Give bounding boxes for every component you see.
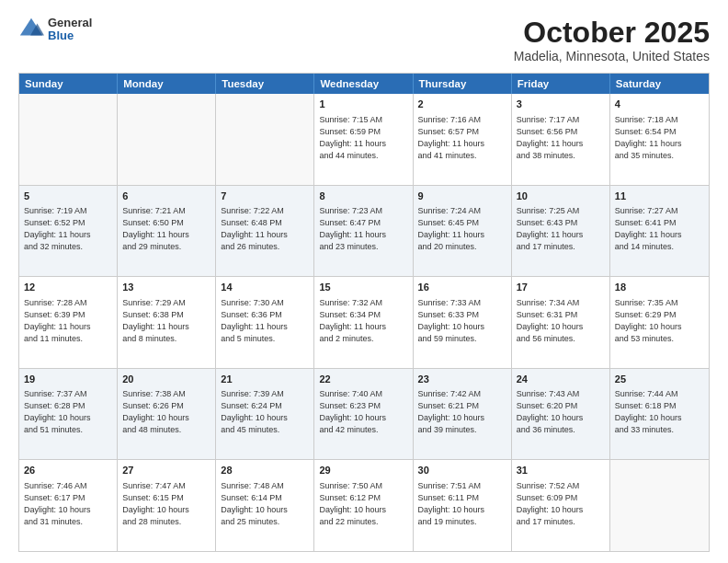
day-number: 11 bbox=[615, 190, 704, 203]
calendar-cell: 21Sunrise: 7:39 AMSunset: 6:24 PMDayligh… bbox=[216, 369, 314, 460]
weekday-header: Wednesday bbox=[314, 74, 413, 94]
calendar-cell bbox=[216, 94, 314, 185]
day-info: Sunrise: 7:27 AMSunset: 6:41 PMDaylight:… bbox=[615, 205, 704, 253]
day-number: 13 bbox=[122, 281, 210, 294]
calendar-cell: 31Sunrise: 7:52 AMSunset: 6:09 PMDayligh… bbox=[512, 460, 610, 551]
day-number: 17 bbox=[517, 281, 605, 294]
calendar-cell bbox=[610, 460, 709, 551]
day-info: Sunrise: 7:51 AMSunset: 6:11 PMDaylight:… bbox=[418, 480, 506, 528]
day-info: Sunrise: 7:50 AMSunset: 6:12 PMDaylight:… bbox=[319, 480, 407, 528]
calendar-row: 26Sunrise: 7:46 AMSunset: 6:17 PMDayligh… bbox=[19, 460, 709, 551]
day-info: Sunrise: 7:42 AMSunset: 6:21 PMDaylight:… bbox=[418, 388, 506, 436]
calendar-cell bbox=[118, 94, 216, 185]
calendar-cell: 10Sunrise: 7:25 AMSunset: 6:43 PMDayligh… bbox=[512, 186, 610, 277]
day-info: Sunrise: 7:38 AMSunset: 6:26 PMDaylight:… bbox=[122, 388, 210, 436]
day-number: 6 bbox=[122, 190, 210, 203]
calendar-cell: 30Sunrise: 7:51 AMSunset: 6:11 PMDayligh… bbox=[414, 460, 512, 551]
day-info: Sunrise: 7:47 AMSunset: 6:15 PMDaylight:… bbox=[122, 480, 210, 528]
day-number: 20 bbox=[122, 373, 210, 386]
day-info: Sunrise: 7:16 AMSunset: 6:57 PMDaylight:… bbox=[418, 114, 506, 162]
day-number: 15 bbox=[319, 281, 407, 294]
calendar-cell: 17Sunrise: 7:34 AMSunset: 6:31 PMDayligh… bbox=[512, 277, 610, 368]
calendar-row: 19Sunrise: 7:37 AMSunset: 6:28 PMDayligh… bbox=[19, 369, 709, 461]
weekday-header: Saturday bbox=[610, 74, 709, 94]
day-info: Sunrise: 7:15 AMSunset: 6:59 PMDaylight:… bbox=[319, 114, 407, 162]
day-number: 14 bbox=[221, 281, 309, 294]
calendar-body: 1Sunrise: 7:15 AMSunset: 6:59 PMDaylight… bbox=[19, 94, 709, 551]
day-info: Sunrise: 7:44 AMSunset: 6:18 PMDaylight:… bbox=[615, 388, 704, 436]
page: General Blue October 2025 Madelia, Minne… bbox=[0, 0, 728, 563]
day-number: 28 bbox=[221, 464, 309, 477]
day-info: Sunrise: 7:24 AMSunset: 6:45 PMDaylight:… bbox=[418, 205, 506, 253]
weekday-header: Thursday bbox=[414, 74, 512, 94]
day-number: 7 bbox=[221, 190, 309, 203]
day-number: 12 bbox=[24, 281, 112, 294]
day-number: 21 bbox=[221, 373, 309, 386]
day-number: 16 bbox=[418, 281, 506, 294]
logo-icon bbox=[18, 17, 44, 42]
day-info: Sunrise: 7:37 AMSunset: 6:28 PMDaylight:… bbox=[24, 388, 112, 436]
calendar-cell: 1Sunrise: 7:15 AMSunset: 6:59 PMDaylight… bbox=[314, 94, 413, 185]
calendar: SundayMondayTuesdayWednesdayThursdayFrid… bbox=[18, 73, 710, 552]
calendar-cell: 4Sunrise: 7:18 AMSunset: 6:54 PMDaylight… bbox=[610, 94, 709, 185]
logo: General Blue bbox=[18, 17, 92, 43]
day-number: 31 bbox=[517, 464, 605, 477]
calendar-cell: 2Sunrise: 7:16 AMSunset: 6:57 PMDaylight… bbox=[414, 94, 512, 185]
day-info: Sunrise: 7:28 AMSunset: 6:39 PMDaylight:… bbox=[24, 297, 112, 345]
day-info: Sunrise: 7:32 AMSunset: 6:34 PMDaylight:… bbox=[319, 297, 407, 345]
calendar-cell: 7Sunrise: 7:22 AMSunset: 6:48 PMDaylight… bbox=[216, 186, 314, 277]
day-info: Sunrise: 7:17 AMSunset: 6:56 PMDaylight:… bbox=[517, 114, 605, 162]
day-number: 22 bbox=[319, 373, 407, 386]
calendar-cell: 13Sunrise: 7:29 AMSunset: 6:38 PMDayligh… bbox=[118, 277, 216, 368]
day-number: 5 bbox=[24, 190, 112, 203]
day-info: Sunrise: 7:46 AMSunset: 6:17 PMDaylight:… bbox=[24, 480, 112, 528]
day-number: 26 bbox=[24, 464, 112, 477]
day-number: 9 bbox=[418, 190, 506, 203]
day-number: 18 bbox=[615, 281, 704, 294]
day-info: Sunrise: 7:23 AMSunset: 6:47 PMDaylight:… bbox=[319, 205, 407, 253]
calendar-cell: 12Sunrise: 7:28 AMSunset: 6:39 PMDayligh… bbox=[19, 277, 118, 368]
day-number: 2 bbox=[418, 98, 506, 111]
day-info: Sunrise: 7:34 AMSunset: 6:31 PMDaylight:… bbox=[517, 297, 605, 345]
day-number: 4 bbox=[615, 98, 704, 111]
day-info: Sunrise: 7:43 AMSunset: 6:20 PMDaylight:… bbox=[517, 388, 605, 436]
calendar-cell: 20Sunrise: 7:38 AMSunset: 6:26 PMDayligh… bbox=[118, 369, 216, 460]
day-info: Sunrise: 7:21 AMSunset: 6:50 PMDaylight:… bbox=[122, 205, 210, 253]
calendar-cell: 16Sunrise: 7:33 AMSunset: 6:33 PMDayligh… bbox=[414, 277, 512, 368]
calendar-cell: 15Sunrise: 7:32 AMSunset: 6:34 PMDayligh… bbox=[314, 277, 413, 368]
logo-general: General bbox=[48, 17, 92, 29]
day-number: 27 bbox=[122, 464, 210, 477]
calendar-subtitle: Madelia, Minnesota, United States bbox=[514, 49, 710, 63]
weekday-header: Sunday bbox=[19, 74, 118, 94]
day-number: 10 bbox=[517, 190, 605, 203]
calendar-cell: 23Sunrise: 7:42 AMSunset: 6:21 PMDayligh… bbox=[414, 369, 512, 460]
calendar-cell: 26Sunrise: 7:46 AMSunset: 6:17 PMDayligh… bbox=[19, 460, 118, 551]
calendar-cell: 22Sunrise: 7:40 AMSunset: 6:23 PMDayligh… bbox=[314, 369, 413, 460]
day-number: 8 bbox=[319, 190, 407, 203]
day-info: Sunrise: 7:18 AMSunset: 6:54 PMDaylight:… bbox=[615, 114, 704, 162]
calendar-header: SundayMondayTuesdayWednesdayThursdayFrid… bbox=[19, 74, 709, 94]
calendar-row: 12Sunrise: 7:28 AMSunset: 6:39 PMDayligh… bbox=[19, 277, 709, 369]
day-info: Sunrise: 7:33 AMSunset: 6:33 PMDaylight:… bbox=[418, 297, 506, 345]
calendar-cell: 11Sunrise: 7:27 AMSunset: 6:41 PMDayligh… bbox=[610, 186, 709, 277]
calendar-row: 5Sunrise: 7:19 AMSunset: 6:52 PMDaylight… bbox=[19, 186, 709, 278]
day-info: Sunrise: 7:40 AMSunset: 6:23 PMDaylight:… bbox=[319, 388, 407, 436]
day-info: Sunrise: 7:48 AMSunset: 6:14 PMDaylight:… bbox=[221, 480, 309, 528]
calendar-cell: 18Sunrise: 7:35 AMSunset: 6:29 PMDayligh… bbox=[610, 277, 709, 368]
day-info: Sunrise: 7:52 AMSunset: 6:09 PMDaylight:… bbox=[517, 480, 605, 528]
day-number: 23 bbox=[418, 373, 506, 386]
day-info: Sunrise: 7:39 AMSunset: 6:24 PMDaylight:… bbox=[221, 388, 309, 436]
day-number: 24 bbox=[517, 373, 605, 386]
calendar-cell: 9Sunrise: 7:24 AMSunset: 6:45 PMDaylight… bbox=[414, 186, 512, 277]
calendar-title: October 2025 bbox=[514, 17, 710, 49]
calendar-cell: 5Sunrise: 7:19 AMSunset: 6:52 PMDaylight… bbox=[19, 186, 118, 277]
calendar-cell: 6Sunrise: 7:21 AMSunset: 6:50 PMDaylight… bbox=[118, 186, 216, 277]
day-info: Sunrise: 7:22 AMSunset: 6:48 PMDaylight:… bbox=[221, 205, 309, 253]
calendar-row: 1Sunrise: 7:15 AMSunset: 6:59 PMDaylight… bbox=[19, 94, 709, 186]
day-info: Sunrise: 7:30 AMSunset: 6:36 PMDaylight:… bbox=[221, 297, 309, 345]
logo-blue: Blue bbox=[48, 29, 92, 42]
day-number: 1 bbox=[319, 98, 407, 111]
header: General Blue October 2025 Madelia, Minne… bbox=[18, 17, 710, 63]
calendar-cell: 29Sunrise: 7:50 AMSunset: 6:12 PMDayligh… bbox=[314, 460, 413, 551]
day-number: 29 bbox=[319, 464, 407, 477]
